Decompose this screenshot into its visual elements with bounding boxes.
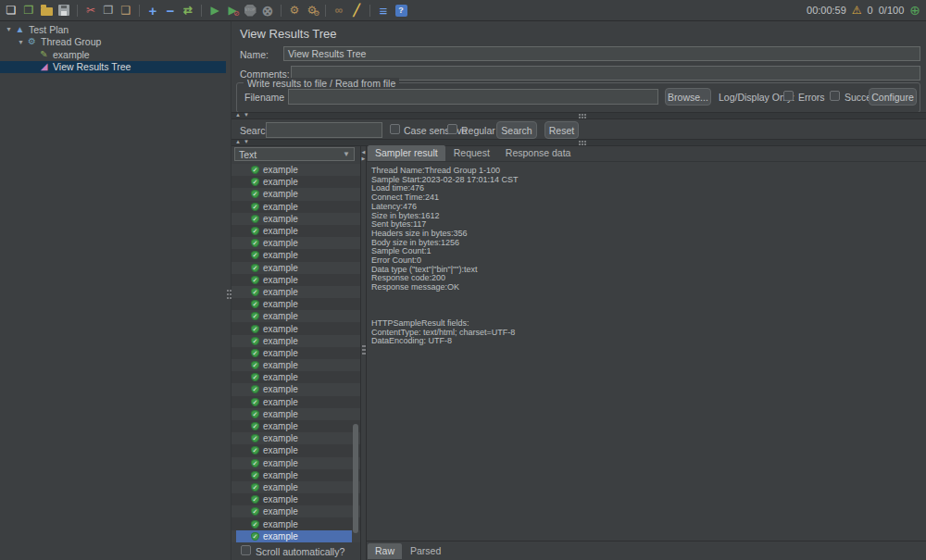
result-item-label: example [263,287,298,297]
filename-field[interactable] [288,89,658,105]
toolbar-icons: ❏❐✂❐❑+−⇄▶▶⊗⚙⚙∞╱≡? [3,2,409,19]
result-list-item[interactable]: ✓example [232,310,360,322]
tab-parsed[interactable]: Parsed [403,543,448,559]
browse-button[interactable]: Browse... [665,88,711,106]
result-list-item[interactable]: ✓example [232,408,360,420]
stop-button[interactable] [242,2,258,19]
result-list-item[interactable]: ✓example [232,347,360,359]
result-list-item[interactable]: ✓example [232,396,360,408]
toolbar-separator [325,5,326,17]
tree-item-thread-group[interactable]: ▼⚙Thread Group [0,36,226,49]
result-list-item[interactable]: ✓example [232,505,360,517]
result-list-item[interactable]: ✓example [232,335,360,347]
collapse-expand-arrows-icon[interactable]: ▲▼ [235,139,252,144]
expander-icon[interactable]: ▼ [16,39,26,45]
view-as-dropdown[interactable]: Text ▼ [234,147,355,161]
result-list-item[interactable]: ✓example [232,371,360,383]
help-button[interactable]: ? [393,2,409,19]
result-list-item[interactable]: ✓example [232,432,360,444]
tree-item-label: View Results Tree [53,61,131,72]
result-list-item[interactable]: ✓example [232,188,360,200]
result-list-item[interactable]: ✓example [232,213,360,225]
result-list-item[interactable]: ✓example [232,469,360,481]
clear-all-button[interactable]: ⚙ [304,2,320,19]
save-button[interactable] [56,2,72,19]
search-input[interactable] [266,122,382,138]
add-button[interactable]: + [144,2,161,19]
log-warning-icon[interactable]: ⚠ [852,4,862,17]
function-helper-button[interactable]: ≡ [375,2,392,19]
filename-label: Filename [244,92,284,103]
tree-item-view-results-tree[interactable]: ◢View Results Tree [0,61,226,74]
result-item-label: example [263,214,298,224]
result-list-item[interactable]: ✓example [232,274,360,286]
results-scrollbar-thumb[interactable] [353,424,358,533]
result-item-label: example [263,531,298,541]
scroll-automatically-checkbox[interactable] [241,545,251,555]
templates-button[interactable]: ❐ [20,2,37,19]
remove-button[interactable]: − [162,2,179,19]
warning-count: 0 [868,5,873,16]
search-button[interactable]: ∞ [331,2,347,19]
successes-checkbox[interactable] [830,91,840,101]
result-list-item[interactable]: ✓example [232,530,360,542]
result-list-item[interactable]: ✓example [232,359,360,371]
result-list-item[interactable]: ✓example [232,262,360,274]
start-button[interactable]: ▶ [206,2,223,19]
success-shield-icon: ✓ [251,520,259,529]
result-list-item[interactable]: ✓example [232,164,360,176]
result-list-item[interactable]: ✓example [232,517,360,529]
result-list-item[interactable]: ✓example [232,457,360,469]
copy-button[interactable]: ❐ [100,2,117,19]
splitter-bar-top[interactable]: ▲▼ [232,112,926,119]
one-touch-expand-icons[interactable]: ◀▶ [361,149,366,162]
result-list-item[interactable]: ✓example [232,383,360,395]
paste-button[interactable]: ❑ [118,2,134,19]
search-button[interactable]: Search [496,121,537,139]
result-list-item[interactable]: ✓example [232,225,360,237]
result-list-item[interactable]: ✓example [232,237,360,249]
result-item-label: example [263,409,298,419]
result-list-item[interactable]: ✓example [232,481,360,493]
start-no-pauses-button[interactable]: ▶ [224,2,241,19]
divider-grip-icon [362,345,364,347]
result-list-item[interactable]: ✓example [232,176,360,188]
new-file-button[interactable]: ❏ [3,2,19,19]
toggle-button[interactable]: ⇄ [180,2,196,19]
reset-button[interactable]: Reset [544,121,579,139]
result-list-item[interactable]: ✓example [232,493,360,505]
result-list-item[interactable]: ✓example [232,298,360,310]
clear-button[interactable]: ⚙ [286,2,303,19]
tree-item-test-plan[interactable]: ▼▲Test Plan [0,23,226,36]
result-list-item[interactable]: ✓example [232,444,360,456]
function-helper-icon: ≡ [380,4,388,18]
tab-response-data[interactable]: Response data [498,145,579,161]
result-list-item[interactable]: ✓example [232,420,360,432]
reset-search-button[interactable]: ╱ [348,2,365,19]
tab-raw[interactable]: Raw [368,543,402,559]
expander-icon[interactable]: ▼ [4,26,14,32]
tree-item-example[interactable]: ✎example [0,48,226,61]
shutdown-button[interactable]: ⊗ [259,2,276,19]
collapse-expand-arrows-icon[interactable]: ▲▼ [235,112,252,118]
case-sensitive-checkbox[interactable] [390,124,400,134]
cut-button[interactable]: ✂ [82,2,99,19]
sampler-result-text[interactable]: Thread Name:Thread Group 1-100 Sample St… [367,162,926,541]
result-list-item[interactable]: ✓example [232,249,360,261]
tab-request[interactable]: Request [446,145,497,161]
name-field[interactable]: View Results Tree [283,46,920,61]
success-shield-icon: ✓ [251,276,259,284]
success-shield-icon: ✓ [251,203,259,211]
result-list-item[interactable]: ✓example [232,286,360,298]
result-list-item[interactable]: ✓example [232,322,360,334]
regular-exp-checkbox[interactable] [447,124,457,134]
open-file-icon [41,7,53,16]
splitter-bar-bottom[interactable]: ▲▼ [232,139,926,146]
configure-button[interactable]: Configure [869,88,917,106]
tab-sampler-result[interactable]: Sampler result [368,145,445,161]
list-detail-divider[interactable]: ◀▶ [360,146,367,560]
result-list-item[interactable]: ✓example [232,201,360,213]
open-file-button[interactable] [38,2,55,19]
result-item-label: example [263,311,298,321]
errors-checkbox[interactable] [783,91,794,101]
